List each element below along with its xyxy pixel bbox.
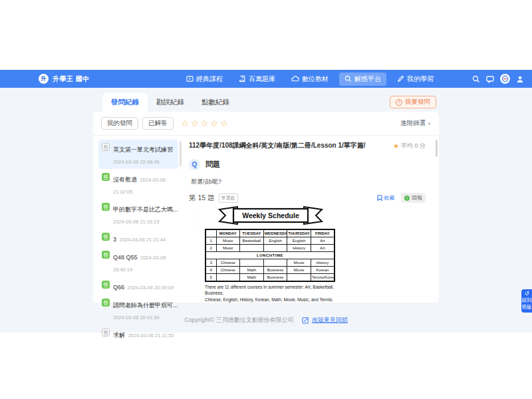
table-lunch-row: LUNCHTIME xyxy=(205,252,334,259)
my-questions-filter-button[interactable]: 我的發問 xyxy=(101,117,138,130)
question-image: ···· Weekly Schedule MONDAY xyxy=(194,206,347,303)
report-dot-icon: i xyxy=(404,196,410,201)
table-row: 4 Chinese Math Business Movie Korean xyxy=(205,267,334,274)
tab-errata-records[interactable]: 勘誤紀錄 xyxy=(148,93,193,112)
weekly-schedule-banner: Weekly Schedule xyxy=(217,206,324,225)
schedule-caption: There are 11 different courses in summer… xyxy=(205,284,340,303)
back-to-old-version-button[interactable]: ↺ 回到 舊版 xyxy=(521,289,532,313)
nav-item-question-bank[interactable]: 百萬題庫 xyxy=(233,72,281,86)
tab-points-records[interactable]: 點數紀錄 xyxy=(193,93,238,112)
star-icon[interactable]: ☆ xyxy=(191,119,199,128)
table-cell: Math xyxy=(240,274,264,282)
table-cell: Movie xyxy=(287,259,311,267)
breadcrumb: 112學年度/108課綱全科/英文/南版/第二冊/Lesson 1/單字篇/ xyxy=(189,141,366,150)
list-item[interactable]: 答 求解 2024-03-06 21:11:53 xyxy=(98,325,178,342)
nav-item-digital-materials[interactable]: 數位教材 xyxy=(286,72,334,86)
table-row: 3 Chinese Movie History xyxy=(205,259,334,267)
header-cell: THURSDAY xyxy=(287,229,311,237)
list-item[interactable]: 答 3 2024-03-06 21:21:44 xyxy=(98,229,178,247)
main-nav: 經典課程 百萬題庫 數位教材 xyxy=(181,70,439,88)
table-cell: Tennis/Korean xyxy=(311,274,334,282)
list-item[interactable]: 答 Q48 Q55 2024-03-06 20:40:19 xyxy=(98,247,178,277)
panel-body: 答 英文第一單元考試練習 2024-03-06 22:48:45 答 沒有教過 … xyxy=(93,136,439,302)
answered-filter-button[interactable]: 已解答 xyxy=(142,117,174,130)
table-cell: History xyxy=(287,245,311,252)
question-section-header: Q 問題 xyxy=(189,159,430,170)
star-icon[interactable]: ☆ xyxy=(220,119,228,128)
table-row: 5 Math Business Tennis/Korean xyxy=(205,274,334,282)
search-icon[interactable] xyxy=(472,75,480,83)
footer: Copyright© 三貝德數位文創股份有限公司 改版意見回饋 xyxy=(0,316,532,325)
star-icon[interactable]: ☆ xyxy=(182,119,190,128)
table-cell: Business xyxy=(263,267,287,274)
question-text: 那選項b呢? xyxy=(191,178,430,186)
nav-item-qa-platform[interactable]: 解惑平台 xyxy=(339,72,386,86)
app-title: 升學王 國中 xyxy=(53,74,90,84)
ask-question-button[interactable]: ? 我要發問 xyxy=(390,96,436,108)
table-cell xyxy=(263,259,287,267)
favorite-label: 收藏 xyxy=(384,194,394,201)
table-row: 1 Music Basketball English English Art xyxy=(205,237,334,245)
list-item[interactable]: 答 英文第一單元考試練習 2024-03-06 22:48:45 xyxy=(98,140,178,169)
question-title: 沒有教過 xyxy=(113,176,137,183)
page: 升 升學王 國中 經典課程 百萬題庫 xyxy=(0,0,532,399)
chevron-down-icon: ∨ xyxy=(428,121,431,126)
question-time: 2024-03-06 21:21:44 xyxy=(119,237,166,243)
feedback-link[interactable]: 改版意見回饋 xyxy=(302,316,348,325)
table-cell: 1 xyxy=(205,237,216,245)
table-cell xyxy=(287,274,311,282)
table-cell: Art xyxy=(311,245,334,252)
table-cell: Chinese xyxy=(216,259,240,267)
filter-row: 我的發問 已解答 ☆ ☆ ☆ ☆ ☆ 進階篩選 ∨ xyxy=(93,112,439,136)
ask-question-label: 我要發問 xyxy=(405,98,430,106)
question-circle-icon: ? xyxy=(396,99,402,106)
report-button[interactable]: i 回報 xyxy=(401,193,426,203)
user-icon[interactable] xyxy=(516,75,524,83)
answer-badge: 答 xyxy=(102,299,110,307)
table-cell: Music xyxy=(216,245,240,252)
question-number-row: 第 15 題 單選題 收藏 i 回報 xyxy=(189,193,430,203)
svg-text:Weekly Schedule: Weekly Schedule xyxy=(242,211,299,219)
table-cell: Art xyxy=(311,237,334,245)
favorite-button[interactable]: 收藏 xyxy=(377,194,394,201)
tab-question-records[interactable]: 發問紀錄 xyxy=(102,93,148,112)
answer-badge: 答 xyxy=(102,281,110,289)
answer-badge: 答 xyxy=(102,329,110,336)
nav-item-label: 我的學習 xyxy=(407,74,434,84)
content-scrollbar[interactable] xyxy=(436,140,438,157)
table-cell: History xyxy=(311,259,334,267)
undo-icon: ↺ xyxy=(521,291,532,297)
message-icon[interactable] xyxy=(486,75,494,83)
app-logo[interactable]: 升 升學王 國中 xyxy=(39,70,90,88)
question-title: Q48 Q55 xyxy=(113,254,138,261)
nav-item-label: 數位教材 xyxy=(302,74,329,84)
star-icon[interactable]: ☆ xyxy=(210,119,218,128)
back-to-old-line1: 回到 xyxy=(521,297,532,303)
table-cell: 2 xyxy=(205,245,216,252)
star-icon[interactable]: ☆ xyxy=(201,119,209,128)
nav-item-my-learning[interactable]: 我的學習 xyxy=(392,72,439,86)
copyright-text: Copyright© 三貝德數位文創股份有限公司 xyxy=(184,316,294,325)
topbar-right-icons xyxy=(472,70,524,88)
list-scrollbar[interactable] xyxy=(180,141,182,166)
advanced-filter-button[interactable]: 進階篩選 ∨ xyxy=(400,119,431,128)
list-item[interactable]: 答 Q66 2024-03-06 20:39:09 xyxy=(98,277,178,295)
tab-bar: 發問紀錄 勘誤紀錄 點數紀錄 ? 我要發問 xyxy=(93,93,439,112)
list-item[interactable]: 答 甲的數字不是比乙大嗎... 2024-03-06 21:15:23 xyxy=(98,200,178,229)
average-score-label: 平均 0 分 xyxy=(401,142,426,150)
question-time: 2024-03-06 22:48:45 xyxy=(113,159,160,165)
answer-badge: 答 xyxy=(102,143,110,151)
table-cell: Math xyxy=(240,267,264,274)
star-rating-filter: ☆ ☆ ☆ ☆ ☆ xyxy=(182,119,228,128)
table-cell: Music xyxy=(216,237,240,245)
table-cell xyxy=(216,274,240,282)
my-learning-icon xyxy=(397,75,404,82)
nav-item-classic-courses[interactable]: 經典課程 xyxy=(181,72,228,86)
question-title: 3 xyxy=(113,236,116,243)
header-cell: TUESDAY xyxy=(240,229,264,237)
bookmark-icon xyxy=(377,195,382,201)
table-cell: 4 xyxy=(205,267,216,274)
list-item[interactable]: 答 沒有教過 2024-03-06 21:02:05 xyxy=(98,170,178,199)
avatar-icon[interactable] xyxy=(500,74,510,84)
table-cell: Basketball xyxy=(240,237,264,245)
